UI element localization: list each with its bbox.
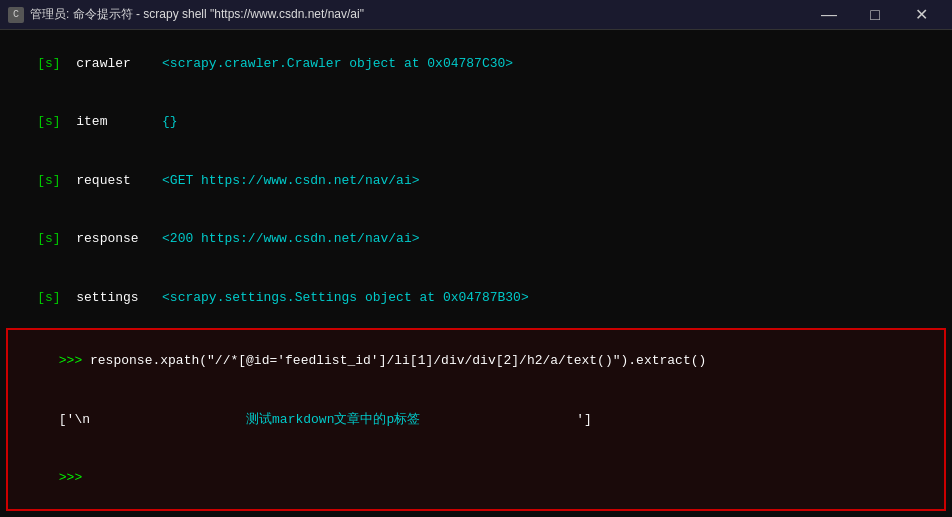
highlighted-block: >>> response.xpath("//*[@id='feedlist_id…	[6, 328, 946, 512]
terminal: [s] crawler <scrapy.crawler.Crawler obje…	[0, 30, 952, 517]
terminal-line: [s] request <GET https://www.csdn.net/na…	[6, 151, 946, 210]
terminal-line: [s] settings <scrapy.settings.Settings o…	[6, 268, 946, 327]
minimize-button[interactable]: —	[806, 0, 852, 30]
terminal-line: [s] response <200 https://www.csdn.net/n…	[6, 210, 946, 269]
terminal-line-prompt: >>> response.xpath("//*[@id='feedlist_id…	[12, 332, 940, 391]
close-button[interactable]: ✕	[898, 0, 944, 30]
maximize-button[interactable]: □	[852, 0, 898, 30]
terminal-line: [s] crawler <scrapy.crawler.Crawler obje…	[6, 34, 946, 93]
titlebar-icon: C	[8, 7, 24, 23]
terminal-line-result: ['\n 测试markdown文章中的p标签 ']	[12, 390, 940, 449]
titlebar-title: 管理员: 命令提示符 - scrapy shell "https://www.c…	[30, 6, 364, 23]
terminal-line: [s] item {}	[6, 93, 946, 152]
titlebar: C 管理员: 命令提示符 - scrapy shell "https://www…	[0, 0, 952, 30]
terminal-line-end: >>>	[12, 449, 940, 508]
